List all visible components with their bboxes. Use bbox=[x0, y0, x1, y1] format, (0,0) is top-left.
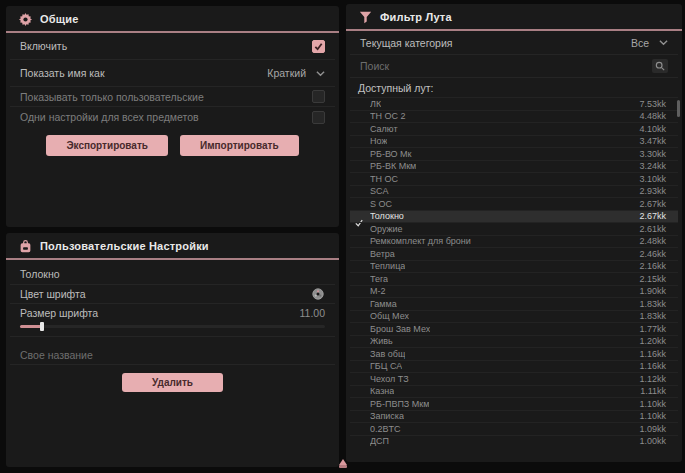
color-wheel-icon[interactable] bbox=[311, 287, 325, 301]
loot-item-name: 0.2BTC bbox=[370, 424, 401, 434]
loot-row[interactable]: Зав общ 1.16kk bbox=[350, 347, 678, 360]
loot-row[interactable]: РБ-ВК Мкм 3.24kk bbox=[350, 160, 678, 173]
loot-row[interactable]: Брош Зав Мех 1.77kk bbox=[350, 322, 678, 335]
loot-row[interactable]: Салют 4.10kk bbox=[350, 122, 678, 135]
backpack-icon bbox=[18, 239, 32, 253]
loot-item-value: 2.15kk bbox=[639, 274, 666, 284]
loot-row[interactable]: РБ-ВО Мк 3.30kk bbox=[350, 147, 678, 160]
setting-row-name-display: Показать имя как Краткий bbox=[10, 60, 335, 87]
loot-item-name: S ОС bbox=[370, 199, 392, 209]
loot-item-name: Чехол ТЗ bbox=[370, 374, 409, 384]
loot-row[interactable]: ГБЦ СА 1.16kk bbox=[350, 360, 678, 373]
loot-item-name: ГБЦ СА bbox=[370, 361, 402, 371]
scrollbar[interactable] bbox=[677, 100, 680, 117]
user-settings-buttons: Удалить bbox=[6, 373, 339, 392]
loot-row[interactable]: Гамма 1.83kk bbox=[350, 297, 678, 310]
loot-item-name: Записка bbox=[370, 411, 404, 421]
loot-item-value: 1.83kk bbox=[639, 299, 666, 309]
search-input[interactable]: Поиск bbox=[360, 60, 389, 72]
search-icon[interactable] bbox=[652, 59, 668, 73]
loot-row[interactable]: Живь 1.20kk bbox=[350, 335, 678, 348]
category-label: Текущая категория bbox=[360, 37, 453, 49]
loot-item-name: Живь bbox=[370, 336, 393, 346]
custom-name-input[interactable]: Свое название bbox=[20, 349, 93, 361]
user-settings-panel: Пользовательские Настройки Толокно Цвет … bbox=[6, 233, 339, 467]
name-display-dropdown[interactable]: Краткий bbox=[267, 67, 325, 79]
loot-item-name: РБ-ВО Мк bbox=[370, 149, 412, 159]
loot-item-name: РБ-ВК Мкм bbox=[370, 161, 416, 171]
loot-row[interactable]: 0.2BTC 1.09kk bbox=[350, 422, 678, 435]
font-color-label: Цвет шрифта bbox=[20, 288, 86, 300]
loot-item-name: Зав общ bbox=[370, 349, 405, 359]
slider-handle[interactable] bbox=[40, 322, 44, 331]
only-custom-checkbox[interactable] bbox=[312, 90, 325, 103]
loot-row[interactable]: Теплица 2.16kk bbox=[350, 260, 678, 273]
loot-item-value: 1.10kk bbox=[639, 411, 666, 421]
enable-checkbox[interactable] bbox=[312, 40, 325, 53]
loot-filter-title: Фильтр Лута bbox=[380, 11, 452, 23]
font-size-row: Размер шрифта 11.00 bbox=[10, 304, 335, 321]
loot-row[interactable]: Тега 2.15kk bbox=[350, 272, 678, 285]
loot-item-value: 1.77kk bbox=[639, 324, 666, 334]
category-dropdown[interactable]: Все bbox=[631, 37, 668, 49]
loot-item-value: 1.16kk bbox=[639, 361, 666, 371]
search-row: Поиск bbox=[350, 55, 678, 78]
loot-row[interactable]: Ветра 2.46kk bbox=[350, 247, 678, 260]
name-display-label: Показать имя как bbox=[20, 67, 105, 79]
loot-row[interactable]: М-2 1.90kk bbox=[350, 285, 678, 298]
loot-item-value: 3.30kk bbox=[639, 149, 666, 159]
loot-row[interactable]: Нож 3.47kk bbox=[350, 135, 678, 148]
delete-button[interactable]: Удалить bbox=[122, 373, 223, 392]
loot-item-name: Гамма bbox=[370, 299, 397, 309]
loot-row[interactable]: Оружие 2.61kk bbox=[350, 222, 678, 235]
available-loot-row: Доступный лут: bbox=[350, 78, 678, 97]
loot-row[interactable]: Записка 1.10kk bbox=[350, 410, 678, 423]
loot-item-name: Салют bbox=[370, 124, 398, 134]
loot-item-value: 1.00kk bbox=[639, 436, 666, 446]
category-row: Текущая категория Все bbox=[350, 31, 678, 55]
loot-row[interactable]: ЛК 7.53kk bbox=[350, 97, 678, 110]
loot-filter-panel: Фильтр Лута Текущая категория Все Поиск … bbox=[346, 4, 682, 462]
user-settings-header: Пользовательские Настройки bbox=[6, 233, 339, 258]
loot-list: ЛК 7.53kk ТН ОС 2 4.48kk Салют 4.10kk Но… bbox=[350, 97, 678, 447]
loot-row[interactable]: Толокно 2.67kk bbox=[350, 210, 678, 223]
loot-row[interactable]: РБ-ПВПЗ Мкм 1.10kk bbox=[350, 397, 678, 410]
same-settings-label: Одни настройки для всех предметов bbox=[20, 111, 199, 123]
chevron-down-icon bbox=[316, 69, 325, 78]
export-button[interactable]: Экспортировать bbox=[46, 135, 168, 156]
loot-item-value: 4.10kk bbox=[639, 124, 666, 134]
general-buttons-row: Экспортировать Импортировать bbox=[6, 135, 339, 156]
resize-grip[interactable] bbox=[337, 459, 349, 471]
loot-row[interactable]: SCA 2.93kk bbox=[350, 185, 678, 198]
loot-item-name: Казна bbox=[370, 386, 394, 396]
selected-item-row: Толокно bbox=[10, 264, 335, 285]
loot-row[interactable]: ДСП 1.00kk bbox=[350, 435, 678, 448]
general-panel: Общие Включить Показать имя как Краткий … bbox=[6, 6, 339, 227]
loot-item-name: РБ-ПВПЗ Мкм bbox=[370, 399, 429, 409]
grip-base bbox=[339, 465, 347, 468]
loot-item-name: Общ Мех bbox=[370, 311, 409, 321]
loot-row[interactable]: Ремкомплект для брони 2.48kk bbox=[350, 235, 678, 248]
loot-item-value: 2.67kk bbox=[639, 211, 666, 221]
loot-item-name: Тега bbox=[370, 274, 388, 284]
loot-item-name: М-2 bbox=[370, 286, 386, 296]
loot-row[interactable]: Чехол ТЗ 1.12kk bbox=[350, 372, 678, 385]
available-loot-label: Доступный лут: bbox=[358, 82, 433, 94]
selected-item-name: Толокно bbox=[20, 268, 60, 280]
loot-item-name: Брош Зав Мех bbox=[370, 324, 430, 334]
loot-item-value: 4.48kk bbox=[639, 111, 666, 121]
loot-row[interactable]: Общ Мех 1.83kk bbox=[350, 310, 678, 323]
category-value: Все bbox=[631, 37, 649, 49]
loot-row[interactable]: S ОС 2.67kk bbox=[350, 197, 678, 210]
same-settings-checkbox[interactable] bbox=[312, 111, 325, 124]
gear-icon bbox=[18, 12, 32, 26]
font-size-slider-row bbox=[10, 321, 335, 337]
loot-item-value: 2.93kk bbox=[639, 186, 666, 196]
loot-row[interactable]: ТН ОС 2 4.48kk bbox=[350, 110, 678, 123]
loot-row[interactable]: Казна 1.11kk bbox=[350, 385, 678, 398]
import-button[interactable]: Импортировать bbox=[180, 135, 299, 156]
loot-row[interactable]: ТН ОС 3.10kk bbox=[350, 172, 678, 185]
font-size-slider[interactable] bbox=[20, 325, 325, 328]
loot-item-name: ЛК bbox=[370, 99, 381, 109]
only-custom-label: Показывать только пользовательские bbox=[20, 91, 204, 103]
